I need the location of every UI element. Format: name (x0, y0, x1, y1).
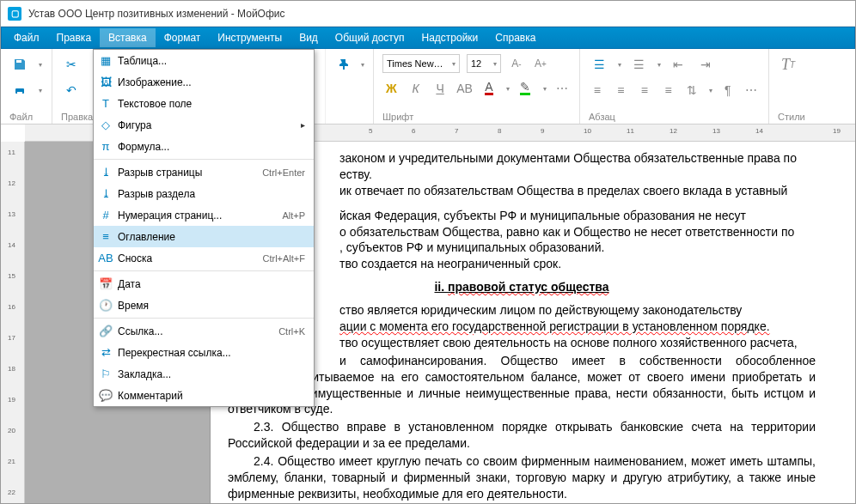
align-right-button[interactable]: ≡ (636, 80, 653, 100)
menu-insert[interactable]: Вставка (100, 28, 156, 47)
toc-icon: ≡ (94, 230, 118, 243)
menu-item-date[interactable]: 📅Дата (94, 273, 314, 295)
doc-text: 2.3. Общество вправе в установленном пор… (228, 419, 816, 452)
styles-button[interactable]: TT (778, 54, 798, 75)
menu-item-label: Разрыв страницы (118, 167, 262, 179)
underline-button[interactable]: Ч (431, 78, 449, 99)
formula-icon: π (94, 140, 118, 153)
highlight-button[interactable]: ✎ (517, 78, 534, 99)
menu-item-image[interactable]: 🖼Изображение... (94, 71, 314, 93)
font-size-select[interactable]: 12▾ (467, 54, 501, 73)
bold-button[interactable]: Ж (382, 78, 400, 99)
line-spacing-button[interactable]: ⇅ (683, 80, 700, 100)
menu-item-label: Нумерация страниц... (118, 209, 282, 222)
menu-item-table[interactable]: ▦Таблица... (94, 50, 314, 71)
table-icon: ▦ (94, 54, 118, 67)
copy-format-button[interactable] (334, 54, 352, 75)
menu-item-crossref[interactable]: ⇄Перекрестная ссылка... (94, 342, 314, 363)
titlebar: ▢ Устав ООО Центр позитивных изменений -… (1, 1, 855, 27)
indent-button[interactable]: ⇥ (695, 54, 716, 75)
menu-item-pagebreak[interactable]: ⤓Разрыв страницыCtrl+Enter (94, 161, 314, 183)
menu-item-label: Разрыв раздела (118, 188, 305, 200)
bullet-list-button[interactable]: ☰ (589, 54, 609, 75)
doc-heading: ii. правовой статус общества (228, 279, 816, 295)
doc-text: ации с момента его государственной регис… (339, 319, 770, 333)
sectionbreak-icon: ⤓ (94, 187, 118, 200)
textbox-icon: T (94, 97, 118, 110)
menu-addons[interactable]: Надстройки (413, 28, 486, 47)
menu-view[interactable]: Вид (290, 28, 327, 47)
menu-format[interactable]: Формат (156, 28, 210, 47)
group-label-font: Шрифт (382, 112, 571, 122)
dropdown-icon[interactable]: ▾ (39, 61, 42, 69)
undo-button[interactable]: ↶ (61, 80, 82, 100)
menu-item-footnote[interactable]: ABСноскаCtrl+Alt+F (94, 247, 314, 269)
pagebreak-icon: ⤓ (94, 166, 118, 179)
crossref-icon: ⇄ (94, 346, 118, 359)
strike-button[interactable]: AB (456, 78, 473, 99)
doc-text: тво осуществляет свою деятельность на ос… (339, 336, 798, 349)
font-grow-button[interactable]: A+ (532, 55, 549, 72)
dropdown-icon[interactable]: ▾ (39, 87, 42, 94)
submenu-arrow-icon: ▸ (301, 120, 305, 130)
save-button[interactable] (9, 54, 30, 75)
menu-item-label: Изображение... (118, 76, 305, 88)
menu-item-time[interactable]: 🕐Время (94, 295, 314, 316)
doc-text: и самофинансирования. Общество имеет в с… (228, 354, 816, 416)
menu-item-toc[interactable]: ≡Оглавление (94, 226, 314, 247)
align-center-button[interactable]: ≡ (613, 80, 630, 100)
doc-text: еству. (339, 167, 372, 181)
menu-item-textbox[interactable]: TТекстовое поле (94, 93, 314, 114)
menu-item-label: Время (118, 300, 305, 312)
font-color-button[interactable]: A (480, 78, 498, 99)
menu-item-pagenum[interactable]: #Нумерация страниц...Alt+P (94, 204, 314, 226)
vertical-ruler[interactable]: 11 12 13 14 15 16 17 18 19 20 21 22 (1, 142, 25, 503)
menu-item-formula[interactable]: πФормула... (94, 136, 314, 157)
align-justify-button[interactable]: ≡ (660, 80, 677, 100)
menu-help[interactable]: Справка (486, 28, 544, 47)
app-icon: ▢ (8, 7, 21, 21)
menu-item-label: Фигура (118, 119, 301, 131)
doc-text: йская Федерация, субъекты РФ и муниципал… (339, 209, 746, 222)
doc-text: тво создается на неограниченный срок. (339, 257, 561, 270)
link-icon: 🔗 (94, 325, 118, 337)
menu-item-label: Сноска (118, 252, 262, 264)
menu-item-comment[interactable]: 💬Комментарий (94, 385, 314, 406)
menu-item-link[interactable]: 🔗Ссылка...Ctrl+K (94, 320, 314, 342)
shape-icon: ◇ (94, 118, 118, 131)
menu-edit[interactable]: Правка (48, 28, 101, 47)
menu-item-label: Таблица... (118, 55, 305, 67)
shortcut-label: Ctrl+K (278, 326, 305, 337)
doc-text: ик отвечает по обязательствам Общества в… (339, 184, 787, 197)
more-font-button[interactable]: ⋯ (553, 78, 571, 99)
shortcut-label: Ctrl+Alt+F (262, 253, 305, 264)
group-label-edit: Правка (61, 112, 84, 122)
outdent-button[interactable]: ⇤ (668, 54, 688, 75)
menu-item-label: Ссылка... (118, 325, 278, 337)
time-icon: 🕐 (94, 299, 118, 312)
pilcrow-button[interactable]: ¶ (719, 80, 737, 100)
menu-file[interactable]: Файл (5, 28, 48, 47)
numbered-list-button[interactable]: ☰ (628, 54, 649, 75)
font-shrink-button[interactable]: A- (508, 55, 525, 72)
comment-icon: 💬 (94, 389, 118, 402)
pagenum-icon: # (94, 209, 118, 222)
menu-tools[interactable]: Инструменты (209, 28, 290, 47)
doc-text: 2.4. Общество имеет круглую печать со св… (228, 453, 816, 502)
menu-item-bookmark[interactable]: ⚐Закладка... (94, 363, 314, 385)
more-para-button[interactable]: ⋯ (743, 80, 760, 100)
footnote-icon: AB (94, 252, 118, 264)
svg-rect-2 (17, 92, 22, 95)
print-button[interactable] (9, 80, 30, 100)
italic-button[interactable]: К (407, 78, 424, 99)
menu-item-sectionbreak[interactable]: ⤓Разрыв раздела (94, 183, 314, 204)
font-name-select[interactable]: Times New…▾ (382, 54, 460, 73)
doc-text: , субъектов РФ и муниципальных образован… (339, 240, 604, 254)
cut-button[interactable]: ✂ (61, 54, 82, 75)
menu-item-label: Текстовое поле (118, 98, 305, 110)
menu-share[interactable]: Общий доступ (327, 28, 413, 47)
group-label-paragraph: Абзац (589, 112, 760, 122)
shortcut-label: Alt+P (282, 210, 305, 221)
menu-item-shape[interactable]: ◇Фигура▸ (94, 114, 314, 136)
align-left-button[interactable]: ≡ (589, 80, 606, 100)
